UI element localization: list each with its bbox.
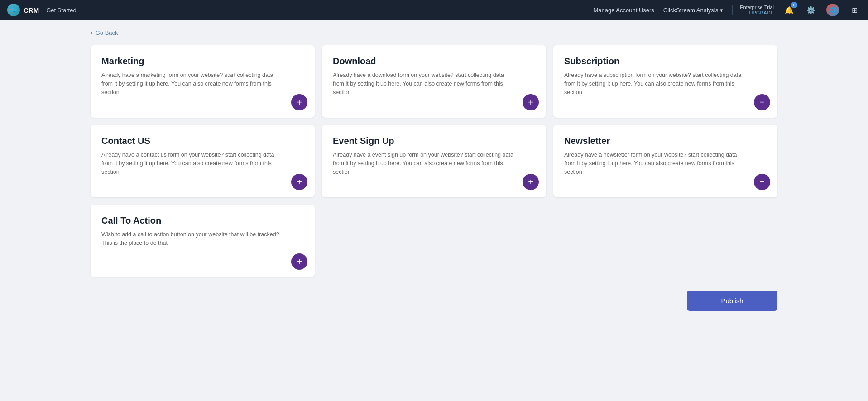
clickstream-label: ClickStream Analysis [663, 7, 718, 14]
contact-desc: Already have a contact us form on your w… [101, 151, 283, 176]
get-started-link[interactable]: Get Started [46, 7, 76, 14]
back-arrow-icon: ‹ [91, 29, 93, 36]
download-card: Download Already have a download form on… [322, 45, 546, 118]
contact-card: Contact US Already have a contact us for… [91, 125, 315, 197]
clickstream-btn[interactable]: ClickStream Analysis ▾ [663, 7, 723, 14]
subscription-card: Subscription Already have a subscription… [553, 45, 777, 118]
newsletter-desc: Already have a newsletter form on your w… [564, 151, 746, 176]
grid-icon: ⊞ [852, 6, 858, 14]
event-signup-card: Event Sign Up Already have a event sign … [322, 125, 546, 197]
cards-grid-bottom: Call To Action Wish to add a call to act… [91, 205, 777, 277]
subscription-title: Subscription [564, 56, 767, 67]
gear-icon: ⚙️ [806, 6, 815, 14]
cards-grid-top: Marketing Already have a marketing form … [91, 45, 777, 118]
newsletter-add-button[interactable]: + [754, 174, 770, 190]
event-signup-add-button[interactable]: + [523, 174, 539, 190]
go-back-link[interactable]: ‹ Go Back [91, 29, 777, 36]
publish-button[interactable]: Publish [687, 291, 777, 311]
navbar: 🐦 CRM Get Started Manage Account Users C… [0, 0, 868, 20]
avatar-icon: 🌐 [830, 7, 836, 13]
upgrade-link[interactable]: UPGRADE [749, 10, 774, 15]
go-back-label: Go Back [96, 29, 118, 36]
event-signup-title: Event Sign Up [333, 136, 535, 146]
marketing-card: Marketing Already have a marketing form … [91, 45, 315, 118]
avatar[interactable]: 🌐 [826, 4, 839, 16]
marketing-title: Marketing [101, 56, 304, 67]
navbar-right: Manage Account Users ClickStream Analysi… [593, 4, 861, 16]
subscription-desc: Already have a subscription form on your… [564, 71, 746, 96]
cta-desc: Wish to add a call to action button on y… [101, 230, 283, 248]
publish-container: Publish [91, 291, 777, 311]
enterprise-block: Enterprise-Trial UPGRADE [732, 5, 774, 15]
download-desc: Already have a download form on your web… [333, 71, 515, 96]
chevron-down-icon: ▾ [720, 7, 723, 14]
brand: 🐦 CRM [7, 4, 39, 16]
enterprise-label: Enterprise-Trial [740, 5, 774, 10]
cta-title: Call To Action [101, 215, 304, 226]
notifications-btn[interactable]: 🔔 0 [783, 4, 796, 16]
download-title: Download [333, 56, 535, 67]
cta-add-button[interactable]: + [291, 253, 307, 270]
newsletter-card: Newsletter Already have a newsletter for… [553, 125, 777, 197]
newsletter-title: Newsletter [564, 136, 767, 146]
main-content: ‹ Go Back Marketing Already have a marke… [0, 20, 868, 329]
cta-card: Call To Action Wish to add a call to act… [91, 205, 315, 277]
event-signup-desc: Already have a event sign up form on you… [333, 151, 515, 176]
download-add-button[interactable]: + [523, 94, 539, 110]
notification-badge: 0 [791, 2, 797, 8]
marketing-add-button[interactable]: + [291, 94, 307, 110]
contact-title: Contact US [101, 136, 304, 146]
brand-name: CRM [24, 6, 39, 14]
brand-icon: 🐦 [7, 4, 20, 16]
subscription-add-button[interactable]: + [754, 94, 770, 110]
contact-add-button[interactable]: + [291, 174, 307, 190]
settings-btn[interactable]: ⚙️ [805, 4, 817, 16]
cards-grid-middle: Contact US Already have a contact us for… [91, 125, 777, 197]
grid-btn[interactable]: ⊞ [848, 4, 861, 16]
marketing-desc: Already have a marketing form on your we… [101, 71, 283, 96]
manage-users-link[interactable]: Manage Account Users [593, 7, 654, 14]
